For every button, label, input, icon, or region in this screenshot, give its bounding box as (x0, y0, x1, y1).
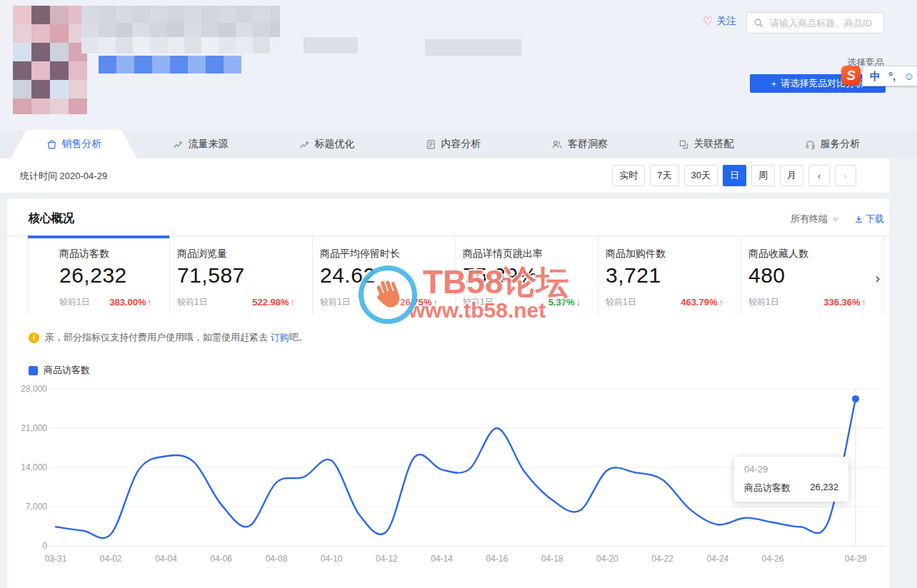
censored-block (425, 39, 521, 56)
metric-value: 26,232 (59, 263, 152, 288)
product-search-box (746, 12, 884, 34)
metrics-next-arrow[interactable]: › (875, 270, 881, 287)
metric-compare-label: 较前1日 (463, 296, 493, 308)
metric-card-商品浏览量[interactable]: 商品浏览量71,587较前1日522.98% ↑ (170, 236, 313, 315)
tab-bar: 销售分析流量来源标题优化内容分析客群洞察关联搭配服务分析 (0, 130, 917, 158)
metric-card-商品平均停留时长[interactable]: 商品平均停留时长24.62较前1日26.75% ↑ (313, 236, 456, 315)
censored-block (304, 37, 358, 54)
metric-compare-label: 较前1日 (606, 296, 636, 308)
emoji-icon[interactable]: ☺ (903, 71, 914, 81)
tab-label: 内容分析 (441, 138, 481, 151)
tab-流量来源[interactable]: 流量来源 (137, 130, 264, 158)
trend-icon (173, 139, 184, 150)
y-axis-label: 21,000 (21, 423, 47, 433)
date-range-buttons: 实时7天30天日周月‹› (612, 165, 856, 186)
tab-label: 销售分析 (62, 138, 102, 151)
tab-label: 流量来源 (189, 138, 229, 151)
range-button-7天[interactable]: 7天 (650, 165, 678, 186)
metric-cards: 商品访客数26,232较前1日383.00% ↑商品浏览量71,587较前1日5… (27, 236, 884, 315)
upgrade-notice: ! 亲，部分指标仅支持付费用户使用哦，如需使用赶紧去 订购吧。 (29, 331, 308, 344)
metric-label: 商品加购件数 (606, 248, 723, 260)
tooltip-value: 26,232 (810, 482, 838, 495)
x-axis-label: 04-18 (541, 554, 563, 564)
x-axis-label: 04-26 (762, 554, 784, 564)
x-axis-label: 04-12 (376, 554, 398, 564)
people-icon (551, 139, 563, 150)
product-analysis-page: ♡ 关注 选择竞品 + 请选择竞品对比分析 S 中 °, ☺ (0, 0, 917, 588)
chart-tooltip: 04-29 商品访客数 26,232 (734, 457, 848, 502)
range-button-实时[interactable]: 实时 (612, 165, 645, 186)
x-axis-label: 03-31 (45, 554, 67, 564)
range-button-月[interactable]: 月 (780, 165, 803, 186)
ime-punctuation-toggle[interactable]: °, (888, 71, 896, 81)
tab-label: 客群洞察 (568, 138, 608, 151)
chevron-down-icon (831, 215, 840, 223)
sogou-logo-icon[interactable]: S (841, 66, 861, 85)
metric-change: 463.79% ↑ (681, 297, 723, 308)
y-axis-label: 0 (42, 541, 47, 551)
headset-icon (805, 139, 816, 150)
x-axis-label: 04-29 (845, 554, 867, 564)
tab-内容分析[interactable]: 内容分析 (390, 130, 516, 158)
metric-card-商品访客数[interactable]: 商品访客数26,232较前1日383.00% ↑ (27, 236, 170, 315)
censored-block (81, 6, 280, 37)
stat-time-label: 统计时间 2020-04-29 (20, 170, 107, 183)
follow-link[interactable]: ♡ 关注 (703, 15, 736, 28)
metric-label: 商品访客数 (59, 248, 152, 260)
x-axis-label: 04-20 (596, 554, 618, 564)
x-axis-label: 04-02 (100, 554, 122, 564)
tab-label: 服务分析 (821, 138, 861, 151)
range-button-30天[interactable]: 30天 (684, 165, 718, 186)
x-axis-label: 04-04 (155, 554, 177, 564)
search-icon (753, 18, 763, 28)
range-button-周[interactable]: 周 (751, 165, 775, 186)
download-icon (854, 215, 863, 224)
x-axis-label: 04-08 (266, 554, 288, 564)
x-axis-label: 04-16 (486, 554, 508, 564)
x-axis-label: 04-22 (651, 554, 673, 564)
legend-swatch (29, 366, 38, 375)
search-input[interactable] (768, 17, 897, 29)
date-toolbar: 统计时间 2020-04-29 实时7天30天日周月‹› (0, 158, 889, 193)
metric-label: 商品浏览量 (177, 248, 295, 260)
tab-关联搭配[interactable]: 关联搭配 (643, 130, 769, 158)
tab-标题优化[interactable]: 标题优化 (264, 130, 390, 158)
tab-服务分析[interactable]: 服务分析 (769, 130, 896, 158)
metric-change: 336.36% ↑ (823, 297, 866, 308)
tab-label: 关联搭配 (694, 138, 734, 151)
metric-card-商品详情页跳出率[interactable]: 商品详情页跳出率75.39%较前1日5.37% ↓ (456, 236, 598, 315)
arrow-down-icon: ↓ (576, 297, 581, 308)
page-header: ♡ 关注 选择竞品 + 请选择竞品对比分析 S 中 °, ☺ (0, 0, 917, 130)
arrow-up-icon: ↑ (862, 297, 867, 308)
squares-icon (678, 139, 689, 150)
x-axis-label: 04-14 (431, 554, 453, 564)
ime-lang-toggle[interactable]: 中 (870, 71, 881, 81)
ime-toolbar: S 中 °, ☺ (841, 66, 917, 85)
section-title: 核心概况 (29, 211, 74, 226)
y-axis-label: 28,000 (21, 384, 47, 394)
legend-item-visitors[interactable]: 商品访客数 (29, 364, 90, 377)
metric-compare-label: 较前1日 (59, 296, 90, 308)
terminal-filter-dropdown[interactable]: 所有终端 (791, 213, 840, 225)
metric-value: 24.62 (320, 263, 438, 288)
tab-客群洞察[interactable]: 客群洞察 (516, 130, 643, 158)
subscribe-link[interactable]: 订购 (271, 332, 289, 343)
range-button-日[interactable]: 日 (723, 165, 746, 186)
metric-label: 商品详情页跳出率 (463, 248, 581, 260)
prev-period-button[interactable]: ‹ (808, 165, 830, 186)
x-axis-label: 04-06 (210, 554, 232, 564)
metric-card-商品收藏人数[interactable]: 商品收藏人数480较前1日336.36% ↑ (741, 236, 884, 315)
document-icon (426, 139, 436, 150)
arrow-up-icon: ↑ (434, 297, 439, 308)
download-link[interactable]: 下载 (854, 213, 884, 225)
metric-compare-label: 较前1日 (177, 296, 208, 308)
metric-change: 5.37% ↓ (548, 297, 581, 308)
metric-label: 商品平均停留时长 (320, 248, 438, 260)
metric-card-商品加购件数[interactable]: 商品加购件数3,721较前1日463.79% ↑ (598, 236, 741, 315)
tooltip-series-name: 商品访客数 (744, 482, 791, 495)
y-axis-label: 14,000 (21, 462, 47, 472)
tab-销售分析[interactable]: 销售分析 (11, 130, 137, 158)
next-period-button[interactable]: › (835, 165, 856, 186)
heart-icon: ♡ (703, 16, 713, 27)
x-axis-label: 04-10 (321, 554, 343, 564)
